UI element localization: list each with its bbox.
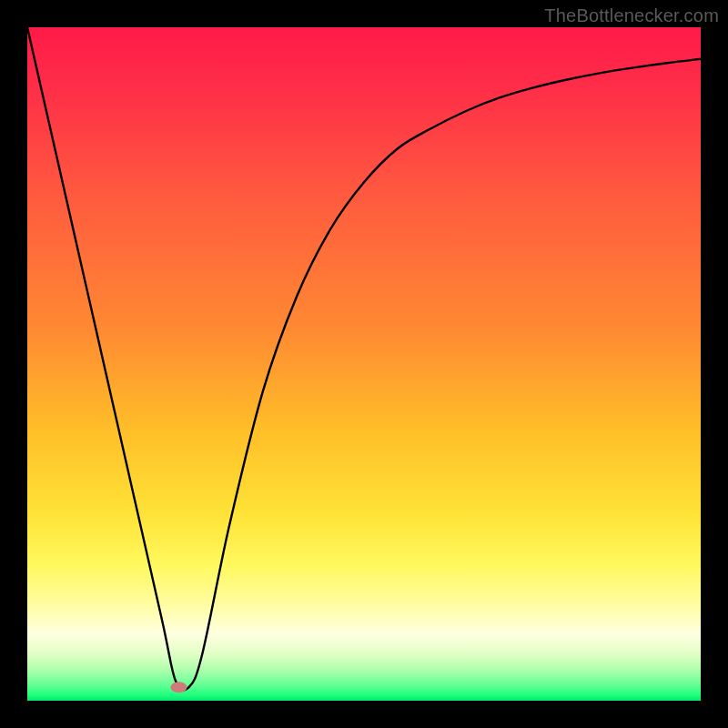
watermark-label: TheBottlenecker.com — [544, 5, 719, 26]
bottleneck-curve-line — [27, 27, 701, 690]
plot-area — [27, 27, 701, 701]
chart-frame: TheBottlenecker.com — [0, 0, 728, 728]
bottleneck-curve-svg — [27, 27, 701, 701]
optimum-marker — [171, 682, 187, 693]
